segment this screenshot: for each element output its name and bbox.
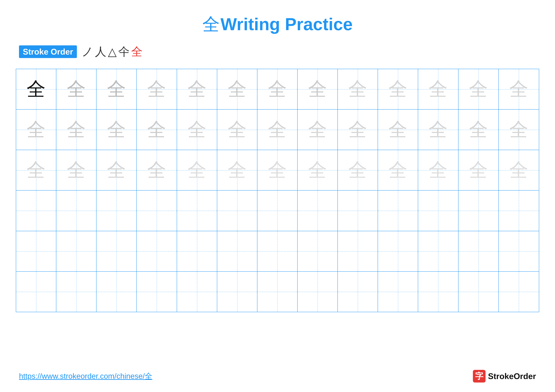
cell-2-10[interactable]: 全 [378,110,418,150]
cell-5-3[interactable] [96,231,137,271]
cell-2-8[interactable]: 全 [298,110,338,150]
cell-2-11[interactable]: 全 [418,110,458,150]
cell-4-13[interactable] [499,191,539,231]
cell-3-12[interactable]: 全 [459,150,499,190]
cell-3-7[interactable]: 全 [257,150,298,190]
practice-grid: 全 全 全 全 全 全 全 全 全 全 全 全 全 全 全 全 全 全 全 全 … [16,69,539,312]
cell-6-4[interactable] [137,272,177,312]
stroke-5: 全 [131,44,143,59]
cell-5-9[interactable] [338,231,378,271]
grid-row-4 [16,191,539,231]
footer-logo-text: StrokeOrder [488,371,536,381]
stroke-1: ノ [82,44,93,59]
grid-row-1: 全 全 全 全 全 全 全 全 全 全 全 全 全 [16,69,539,110]
cell-5-5[interactable] [177,231,217,271]
cell-6-5[interactable] [177,272,217,312]
cell-4-3[interactable] [96,191,137,231]
cell-1-1[interactable]: 全 [16,69,56,109]
cell-3-13[interactable]: 全 [499,150,539,190]
cell-2-3[interactable]: 全 [96,110,137,150]
cell-1-3[interactable]: 全 [96,69,137,109]
cell-2-2[interactable]: 全 [56,110,96,150]
cell-6-12[interactable] [459,272,499,312]
cell-3-10[interactable]: 全 [378,150,418,190]
cell-3-2[interactable]: 全 [56,150,96,190]
cell-5-11[interactable] [418,231,458,271]
cell-2-9[interactable]: 全 [338,110,378,150]
cell-6-8[interactable] [298,272,338,312]
cell-6-6[interactable] [217,272,257,312]
cell-6-2[interactable] [56,272,96,312]
cell-6-1[interactable] [16,272,56,312]
cell-3-1[interactable]: 全 [16,150,56,190]
grid-row-5 [16,231,539,272]
cell-1-11[interactable]: 全 [418,69,458,109]
grid-row-6 [16,272,539,312]
cell-2-6[interactable]: 全 [217,110,257,150]
cell-1-2[interactable]: 全 [56,69,96,109]
cell-5-12[interactable] [459,231,499,271]
cell-3-11[interactable]: 全 [418,150,458,190]
cell-4-12[interactable] [459,191,499,231]
cell-3-5[interactable]: 全 [177,150,217,190]
title-char: 全 [202,14,220,34]
strokeorder-logo-icon: 字 [473,370,486,383]
cell-6-7[interactable] [257,272,298,312]
cell-5-7[interactable] [257,231,298,271]
grid-row-3: 全 全 全 全 全 全 全 全 全 全 全 全 全 [16,150,539,191]
cell-4-5[interactable] [177,191,217,231]
cell-1-13[interactable]: 全 [499,69,539,109]
stroke-4: 仐 [118,44,130,59]
cell-2-1[interactable]: 全 [16,110,56,150]
cell-2-4[interactable]: 全 [137,110,177,150]
cell-1-4[interactable]: 全 [137,69,177,109]
stroke-3: △ [108,45,117,58]
cell-5-1[interactable] [16,231,56,271]
cell-2-5[interactable]: 全 [177,110,217,150]
cell-4-8[interactable] [298,191,338,231]
cell-1-10[interactable]: 全 [378,69,418,109]
cell-5-4[interactable] [137,231,177,271]
stroke-order-section: Stroke Order ノ 人 △ 仐 全 [0,44,555,59]
cell-4-4[interactable] [137,191,177,231]
cell-1-6[interactable]: 全 [217,69,257,109]
cell-3-9[interactable]: 全 [338,150,378,190]
cell-5-10[interactable] [378,231,418,271]
cell-2-13[interactable]: 全 [499,110,539,150]
cell-6-13[interactable] [499,272,539,312]
cell-2-12[interactable]: 全 [459,110,499,150]
cell-1-5[interactable]: 全 [177,69,217,109]
cell-4-10[interactable] [378,191,418,231]
cell-1-8[interactable]: 全 [298,69,338,109]
cell-4-11[interactable] [418,191,458,231]
cell-4-6[interactable] [217,191,257,231]
grid-row-2: 全 全 全 全 全 全 全 全 全 全 全 全 全 [16,110,539,150]
footer-url[interactable]: https://www.strokeorder.com/chinese/全 [19,371,152,381]
cell-1-7[interactable]: 全 [257,69,298,109]
cell-3-6[interactable]: 全 [217,150,257,190]
cell-2-7[interactable]: 全 [257,110,298,150]
cell-3-8[interactable]: 全 [298,150,338,190]
cell-5-2[interactable] [56,231,96,271]
cell-1-9[interactable]: 全 [338,69,378,109]
cell-4-2[interactable] [56,191,96,231]
cell-6-3[interactable] [96,272,137,312]
cell-6-11[interactable] [418,272,458,312]
cell-6-9[interactable] [338,272,378,312]
cell-5-6[interactable] [217,231,257,271]
stroke-sequence: ノ 人 △ 仐 全 [82,44,143,59]
cell-4-1[interactable] [16,191,56,231]
stroke-order-badge: Stroke Order [19,45,77,58]
cell-1-12[interactable]: 全 [459,69,499,109]
cell-5-8[interactable] [298,231,338,271]
cell-4-7[interactable] [257,191,298,231]
cell-3-3[interactable]: 全 [96,150,137,190]
footer-logo: 字 StrokeOrder [473,370,536,383]
page-title: 全 Writing Practice [0,0,555,36]
cell-5-13[interactable] [499,231,539,271]
cell-3-4[interactable]: 全 [137,150,177,190]
stroke-2: 人 [95,44,106,59]
cell-4-9[interactable] [338,191,378,231]
title-text: Writing Practice [220,14,353,34]
cell-6-10[interactable] [378,272,418,312]
